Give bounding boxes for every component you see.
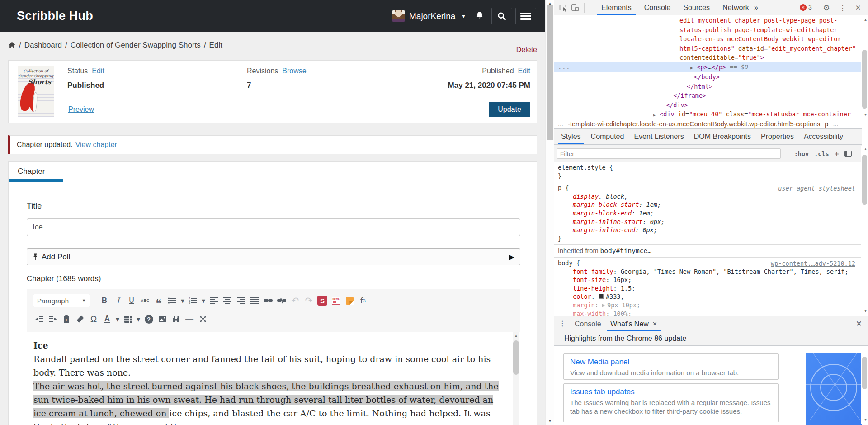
menu-button[interactable] [515, 8, 536, 24]
underline-button[interactable]: U [125, 294, 138, 307]
p-ua-rule[interactable]: p { user agent stylesheet display: block… [554, 182, 862, 245]
card-title-link[interactable]: Issues tab updates [570, 387, 772, 396]
paste-as-text-button[interactable]: T [60, 312, 73, 326]
numbered-list-button[interactable]: 123 [186, 294, 200, 307]
clear-formatting-eraser-button[interactable] [73, 312, 87, 326]
paragraph-format-select[interactable]: Paragraph ▼ [33, 294, 90, 307]
class-toggle[interactable]: .cls [814, 150, 829, 158]
user-avatar[interactable] [392, 10, 405, 22]
styles-tab[interactable]: Computed [586, 129, 629, 144]
drawer-scrollbar[interactable]: ▾ [861, 347, 868, 424]
dom-crumb-p[interactable]: p [825, 120, 828, 128]
drawer-menu-icon[interactable]: ⋮ [559, 319, 566, 328]
devtools-tab[interactable]: Sources [677, 0, 716, 15]
status-edit-link[interactable]: Edit [92, 67, 104, 75]
breadcrumb-dashboard[interactable]: Dashboard [24, 41, 62, 50]
delete-link[interactable]: Delete [516, 46, 537, 54]
align-right-button[interactable] [234, 294, 248, 307]
panel-layout-icon[interactable] [844, 151, 852, 157]
scroll-down-icon[interactable]: ▾ [862, 112, 868, 117]
styles-pane[interactable]: element.style { } p { user agent stylesh… [554, 162, 862, 316]
site-logo[interactable]: Scribble Hub [17, 9, 93, 23]
horizontal-rule-button[interactable]: — [183, 312, 196, 326]
table-caret[interactable]: ▾ [135, 312, 142, 326]
styles-filter-input[interactable] [557, 148, 781, 159]
table-button[interactable] [121, 312, 135, 326]
breadcrumb-edit[interactable]: Edit [209, 41, 222, 50]
cover-thumbnail[interactable]: Collection of Gender Swapping Shorts [18, 66, 54, 117]
add-poll-toggle[interactable]: Add Poll ▶ [27, 248, 520, 265]
page-scrollbar[interactable]: ▴ ▾ [545, 0, 554, 425]
whats-new-card[interactable]: New Media panel View and download media … [563, 353, 779, 380]
editor-scrollbar[interactable]: ▴ [513, 332, 519, 425]
align-left-button[interactable] [207, 294, 221, 307]
dom-crumb[interactable]: -template-wi-editchapter.locale-en-us.mc… [568, 120, 820, 128]
new-rule-icon[interactable]: + [835, 149, 839, 158]
insert-image-button[interactable] [156, 312, 169, 326]
strikethrough-button[interactable]: ABC [138, 294, 152, 307]
italic-button[interactable]: I [111, 294, 125, 307]
align-center-button[interactable] [221, 294, 234, 307]
scroll-down-icon[interactable]: ▾ [546, 419, 554, 423]
notifications-bell-icon[interactable] [476, 11, 484, 22]
selected-dom-node[interactable]: ...▶ <p>…</p> == $0 [554, 62, 862, 73]
scrollbar-thumb[interactable] [862, 50, 867, 109]
device-toolbar-icon[interactable] [571, 3, 580, 12]
error-badge[interactable]: ✕ 3 [800, 4, 812, 11]
drawer-tab-console[interactable]: Console [575, 316, 601, 331]
scribble-s-button[interactable]: S [316, 294, 329, 307]
devtools-tab[interactable]: Console [638, 0, 677, 15]
element-style-rule[interactable]: element.style { } [554, 162, 862, 182]
indent-button[interactable] [46, 312, 60, 326]
scroll-up-icon[interactable]: ▴ [546, 1, 554, 5]
revisions-browse-link[interactable]: Browse [282, 67, 306, 75]
hover-state-toggle[interactable]: :hov [794, 150, 809, 158]
elements-breadcrumb-bar[interactable]: ... -template-wi-editchapter.locale-en-u… [554, 119, 862, 128]
devtools-close-icon[interactable]: ✕ [854, 3, 863, 12]
breadcrumb-series[interactable]: Collection of Gender Swapping Shorts [71, 41, 201, 50]
news-button[interactable]: NEWS [329, 294, 343, 307]
body-rule[interactable]: body { wp-content.…adv-5210:12 font-fami… [554, 257, 862, 316]
blockquote-button[interactable]: ❝ [152, 294, 165, 307]
inherited-from-node[interactable]: body#tinymce… [600, 247, 652, 254]
redo-button[interactable]: ↷ [302, 294, 316, 307]
help-button[interactable]: ? [142, 312, 156, 326]
home-icon[interactable] [8, 42, 16, 49]
scroll-up-icon[interactable]: ▴ [862, 147, 868, 151]
published-edit-link[interactable]: Edit [518, 67, 530, 75]
styles-tab[interactable]: DOM Breakpoints [689, 129, 756, 144]
undo-button[interactable]: ↶ [288, 294, 302, 307]
editor-content[interactable]: Ice Randall panted on the street corner … [27, 332, 520, 425]
scroll-down-icon[interactable]: ▾ [862, 309, 868, 313]
scrollbar-thumb[interactable] [862, 155, 867, 205]
fullscreen-button[interactable] [196, 312, 210, 326]
settings-gear-icon[interactable]: ⚙ [822, 3, 831, 12]
footnote-button[interactable]: f3 [356, 294, 370, 307]
styles-tab[interactable]: Accessibility [799, 129, 848, 144]
more-tabs-icon[interactable]: » [748, 0, 764, 15]
styles-tab[interactable]: Properties [756, 129, 799, 144]
search-button[interactable] [491, 8, 512, 24]
page-scrollbar-thumb[interactable] [547, 5, 553, 140]
text-color-caret[interactable]: ▾ [114, 312, 121, 326]
outdent-button[interactable] [33, 312, 46, 326]
chevron-down-icon[interactable]: ▾ [462, 12, 465, 19]
preview-link[interactable]: Preview [68, 105, 94, 114]
scrollbar-thumb[interactable] [862, 357, 867, 389]
devtools-menu-icon[interactable]: ⋮ [838, 3, 847, 12]
view-chapter-link[interactable]: View chapter [75, 141, 117, 149]
bullet-list-caret[interactable]: ▾ [179, 294, 186, 307]
devtools-tab[interactable]: Elements [595, 0, 638, 15]
styles-tab[interactable]: Event Listeners [629, 129, 689, 144]
whats-new-card[interactable]: Issues tab updates The Issues warning ba… [563, 383, 779, 422]
scroll-up-icon[interactable]: ▴ [862, 17, 868, 22]
card-title-link[interactable]: New Media panel [570, 358, 772, 367]
styles-scrollbar[interactable]: ▴ ▾ [861, 146, 868, 315]
tab-chapter[interactable]: Chapter [18, 167, 45, 176]
link-button[interactable] [261, 294, 275, 307]
drawer-close-icon[interactable]: ✕ [856, 319, 862, 329]
author-note-button[interactable] [343, 294, 356, 307]
bold-button[interactable]: B [98, 294, 111, 307]
update-button[interactable]: Update [489, 102, 530, 117]
styles-tab[interactable]: Styles [556, 129, 586, 144]
